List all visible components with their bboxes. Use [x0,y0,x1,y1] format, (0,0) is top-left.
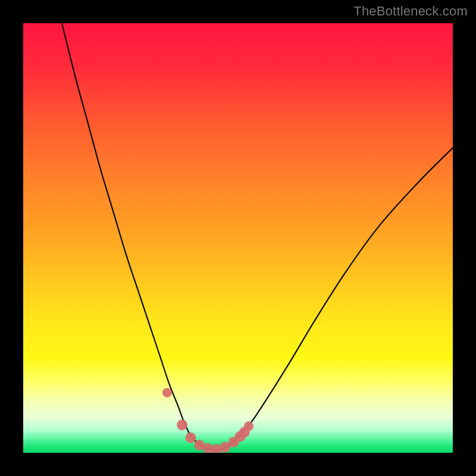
curve-layer [23,23,453,453]
highlight-markers [162,388,253,453]
watermark-text: TheBottleneck.com [353,4,468,19]
marker-point [244,421,253,431]
bottleneck-curve [62,23,453,450]
plot-area [23,23,453,453]
marker-point [177,419,187,430]
chart-frame: TheBottleneck.com [0,0,476,476]
marker-point [162,388,172,397]
marker-point [186,433,196,443]
